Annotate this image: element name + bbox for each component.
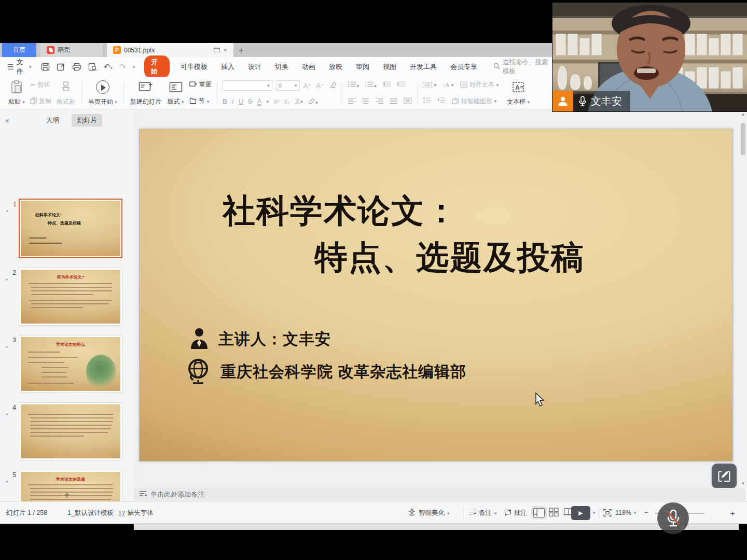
subscript-button[interactable]: X₂ — [284, 99, 290, 105]
clear-format-icon[interactable] — [329, 81, 337, 90]
align-center-icon[interactable] — [362, 96, 370, 106]
play-from-current-button[interactable]: 当页开始 ▾ — [87, 79, 118, 107]
superscript-button[interactable]: X² — [273, 99, 279, 105]
collapse-panel-icon[interactable]: « — [5, 116, 9, 124]
slideshow-play-button[interactable]: ▶ — [571, 506, 590, 520]
align-right-icon[interactable] — [376, 96, 384, 106]
increase-indent-icon[interactable] — [397, 80, 406, 90]
webcam-video-overlay[interactable]: 文丰安 — [552, 3, 747, 111]
scroll-up-icon[interactable]: ▲ — [739, 112, 747, 117]
slide-thumbnail-1[interactable]: 1 * 社科学术论文: 特点、选题及投稿 — [19, 199, 122, 258]
menu-slideshow[interactable]: 放映 — [322, 62, 349, 72]
menu-animation[interactable]: 动画 — [295, 62, 322, 72]
save-icon[interactable] — [41, 63, 50, 71]
underline-button[interactable]: U — [239, 97, 243, 105]
slide-thumbnail-3[interactable]: 3 * 学术论文的特点 — [19, 335, 122, 393]
numbered-list-icon[interactable]: 12▾ — [365, 80, 377, 90]
format-painter-button[interactable]: 格式刷 — [56, 79, 76, 107]
line-spacing-icon[interactable] — [423, 96, 431, 106]
copy-button[interactable]: 复制 — [30, 97, 51, 106]
menu-devtools[interactable]: 开发工具 — [403, 62, 444, 72]
menu-insert[interactable]: 插入 — [214, 62, 241, 72]
redo-button[interactable]: ↷ — [119, 62, 126, 72]
slide-thumbnail-2[interactable]: 2 * 何为学术论文? — [19, 268, 122, 326]
comments-button[interactable]: 批注 — [504, 509, 527, 517]
fit-to-window-button[interactable] — [603, 509, 612, 517]
align-text-button[interactable]: 对齐文本▾ — [460, 80, 499, 89]
align-left-icon[interactable] — [348, 96, 356, 106]
view-normal-button[interactable] — [533, 508, 545, 517]
tab-slides[interactable]: 幻灯片 — [72, 114, 102, 127]
bullet-list-icon[interactable]: ▾ — [348, 80, 359, 90]
justify-icon[interactable] — [390, 96, 398, 106]
decrease-font-icon[interactable]: A⁻ — [316, 82, 324, 90]
smart-graphic-button[interactable]: 转智能图形▾ — [452, 97, 497, 106]
close-tab-icon[interactable]: × — [223, 47, 227, 53]
text-direction-button[interactable]: AB▾ — [423, 82, 437, 88]
paragraph-spacing-icon[interactable] — [437, 96, 446, 106]
layout-button[interactable]: 版式 ▾ — [167, 79, 185, 107]
annotation-pen-button[interactable] — [712, 464, 737, 488]
tab-daoke[interactable]: 稻壳 — [40, 43, 103, 57]
new-slide-icon — [139, 80, 153, 94]
transition-star-icon: * — [6, 412, 8, 418]
notes-toggle-button[interactable]: 备注 ▾ — [468, 509, 497, 517]
add-slide-button[interactable]: + — [0, 489, 134, 501]
new-slide-button[interactable]: 新建幻灯片 — [129, 79, 162, 107]
command-search[interactable]: 查找命令、搜索模板 — [493, 58, 553, 76]
tab-outline[interactable]: 大纲 — [40, 114, 64, 127]
smart-beautify-button[interactable]: 智能美化 ▴ — [408, 508, 450, 517]
notes-bar[interactable]: 单击此处添加备注 — [134, 488, 745, 501]
scrollbar-thumb[interactable] — [741, 123, 745, 155]
bold-button[interactable]: B — [223, 97, 227, 105]
more-commands-icon[interactable]: ▾ — [133, 64, 135, 69]
increase-font-icon[interactable]: A⁺ — [303, 82, 312, 90]
pinyin-guide-button[interactable]: 文▾ — [295, 97, 303, 106]
missing-font-warning[interactable]: T? 缺失字体 — [118, 509, 154, 517]
template-name[interactable]: 1_默认设计模板 — [67, 509, 114, 517]
new-tab-button[interactable]: + — [233, 43, 249, 57]
slide-thumbnail-4[interactable]: 4 * — [19, 402, 122, 460]
scroll-down-icon[interactable]: ▼ — [739, 481, 747, 486]
tab-document[interactable]: P 00531.pptx × — [107, 43, 233, 57]
strikethrough-button[interactable]: S — [248, 97, 253, 105]
font-name-select[interactable]: ▾ — [223, 80, 272, 91]
decrease-indent-icon[interactable] — [382, 80, 391, 90]
reset-button[interactable]: 重置 — [189, 80, 212, 89]
float-window-icon[interactable] — [214, 48, 220, 52]
vertical-scrollbar[interactable]: ▲ ▼ — [739, 110, 747, 487]
section-button[interactable]: 节 ▾ — [189, 97, 212, 106]
menu-keniu-templates[interactable]: 可牛模板 — [174, 62, 214, 72]
horizontal-scrollbar[interactable] — [134, 524, 739, 530]
mic-muted-button[interactable] — [657, 502, 689, 534]
menu-design[interactable]: 设计 — [241, 62, 268, 72]
ribbon-tab-start[interactable]: 开始 — [144, 55, 170, 78]
slide-editor[interactable]: 社科学术论文： 特点、选题及投稿 主讲人：文丰安 重庆社会科学院 改革杂志社编辑… — [139, 129, 733, 461]
export-icon[interactable] — [57, 63, 65, 71]
zoom-level[interactable]: 118%▾ — [615, 509, 637, 516]
font-size-select[interactable]: 0▾ — [276, 80, 300, 91]
text-orientation-button[interactable]: ↓A▾ — [442, 82, 453, 88]
play-options-caret[interactable]: ▾ — [593, 510, 596, 515]
font-color-button[interactable]: A — [257, 97, 262, 106]
menu-view[interactable]: 视图 — [376, 62, 403, 72]
paste-button[interactable]: 粘贴 ▾ — [7, 79, 26, 107]
text-box-button[interactable]: A≡ 文本框 ▾ — [506, 79, 531, 107]
menu-transition[interactable]: 切换 — [268, 62, 295, 72]
distribute-icon[interactable] — [404, 96, 412, 106]
undo-button[interactable]: ↶▾ — [104, 62, 113, 72]
zoom-out-button[interactable]: − — [644, 509, 648, 516]
reset-icon — [189, 81, 197, 89]
zoom-in-button[interactable]: + — [730, 509, 735, 517]
transition-star-icon: * — [6, 209, 8, 215]
menu-review[interactable]: 审阅 — [349, 62, 376, 72]
print-icon[interactable] — [72, 63, 81, 71]
italic-button[interactable]: I — [232, 97, 234, 105]
tab-home[interactable]: 首页 — [2, 43, 36, 57]
highlight-button[interactable]: ▾ — [308, 97, 318, 106]
print-preview-icon[interactable] — [88, 63, 97, 71]
view-sorter-button[interactable] — [549, 508, 559, 518]
cut-button[interactable]: ✂剪切 — [30, 80, 51, 89]
file-menu[interactable]: ☰ 文件 ▾ — [0, 58, 36, 76]
menu-membership[interactable]: 会员专享 — [444, 62, 484, 72]
